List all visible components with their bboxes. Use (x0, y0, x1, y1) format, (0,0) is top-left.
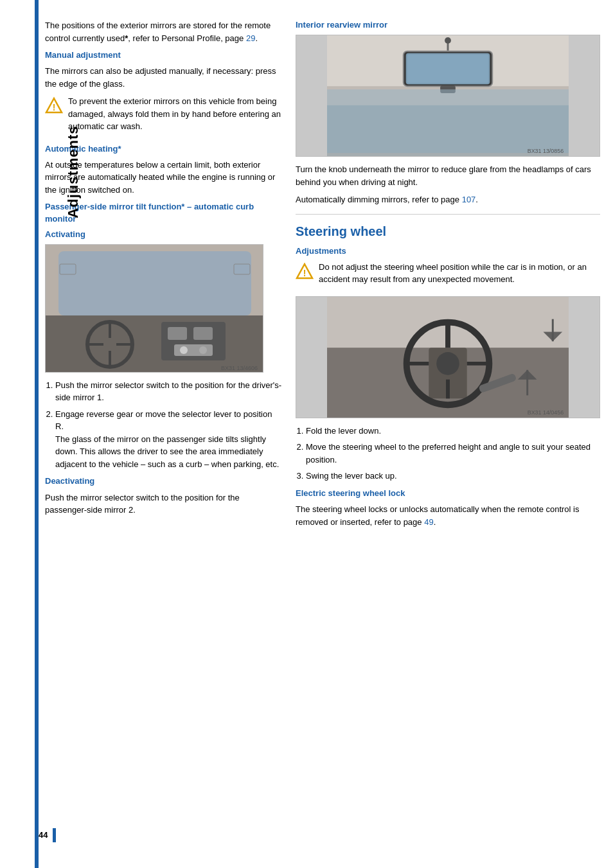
adjustments-heading: Adjustments (296, 245, 600, 257)
svg-point-15 (199, 346, 207, 354)
svg-text:BX31 13/4606: BX31 13/4606 (221, 365, 258, 371)
interior-rearview-heading: Interior rearview mirror (296, 19, 600, 31)
activating-illustration: BX31 13/4606 (46, 245, 263, 373)
svg-rect-11 (168, 327, 187, 340)
activating-steps-list: Push the mirror selector switch to the p… (55, 379, 283, 471)
page-number: 44 (39, 829, 48, 841)
svg-rect-17 (234, 264, 250, 274)
svg-point-26 (445, 37, 451, 44)
page-bar-indicator (53, 828, 56, 842)
intro-page-link[interactable]: 29 (246, 33, 255, 43)
page-number-row: 44 (39, 828, 56, 842)
steering-wheel-heading: Steering wheel (296, 222, 600, 240)
activating-step-2: Engage reverse gear or move the selector… (55, 408, 283, 471)
right-column: Interior rearview mirror (296, 19, 600, 849)
manual-adjustment-text: The mirrors can also be adjusted manuall… (45, 65, 283, 90)
intro-paragraph: The positions of the exterior mirrors ar… (45, 19, 283, 44)
activating-step-1: Push the mirror selector switch to the p… (55, 379, 283, 404)
svg-point-14 (180, 346, 188, 354)
interior-rearview-text2: Automatically dimming mirrors, refer to … (296, 193, 600, 206)
electric-lock-heading: Electric steering wheel lock (296, 488, 600, 499)
electric-lock-section: Electric steering wheel lock The steerin… (296, 488, 600, 528)
manual-adjustment-section: Manual adjustment The mirrors can also b… (45, 49, 283, 138)
interior-rearview-text1: Turn the knob underneath the mirror to r… (296, 163, 600, 188)
sidebar-label: Adjustments (64, 125, 84, 218)
steering-warning-block: ! Do not adjust the steering wheel posit… (296, 261, 600, 291)
svg-rect-3 (58, 251, 251, 315)
manual-adjustment-heading: Manual adjustment (45, 49, 283, 61)
svg-text:!: ! (303, 268, 306, 278)
deactivating-text: Push the mirror selector switch to the p… (45, 492, 283, 517)
svg-rect-23 (407, 55, 489, 84)
activating-subsection: Activating (45, 229, 283, 471)
steering-illustration: BX31 14/0456 (296, 297, 600, 418)
svg-text:BX31 13/0856: BX31 13/0856 (528, 148, 564, 154)
page: Adjustments The positions of the exterio… (0, 0, 613, 868)
sidebar: Adjustments (0, 0, 39, 868)
activating-image: BX31 13/4606 (45, 244, 263, 373)
mirror-illustration: BX31 13/0856 (296, 35, 600, 156)
steering-warning-icon: ! (296, 262, 314, 280)
electric-lock-text: The steering wheel locks or unlocks auto… (296, 503, 600, 528)
svg-text:!: ! (53, 102, 56, 112)
svg-rect-4 (46, 315, 263, 373)
manual-adjustment-warning-text: To prevent the exterior mirrors on this … (68, 95, 283, 133)
main-content: The positions of the exterior mirrors ar… (39, 0, 613, 868)
interior-mirror-image: BX31 13/0856 (296, 35, 600, 157)
svg-text:BX31 14/0456: BX31 14/0456 (528, 409, 564, 416)
sidebar-blue-bar (35, 0, 39, 868)
steering-wheel-section: Steering wheel Adjustments ! Do not adju… (296, 222, 600, 528)
deactivating-heading: Deactivating (45, 475, 283, 487)
steering-warning-text: Do not adjust the steering wheel positio… (319, 261, 600, 286)
steering-wheel-image: BX31 14/0456 (296, 296, 600, 418)
interior-rearview-section: Interior rearview mirror (296, 19, 600, 206)
steering-steps-list: Fold the lever down. Move the steering w… (306, 425, 600, 483)
steering-step-3: Swing the lever back up. (306, 470, 600, 483)
section-divider (296, 214, 600, 215)
warning-triangle-icon: ! (45, 96, 63, 114)
passenger-mirror-section: Passenger-side mirror tilt function* – a… (45, 201, 283, 516)
adjustments-subsection: Adjustments ! Do not adjust the steering… (296, 245, 600, 483)
svg-point-40 (436, 352, 459, 375)
mirror-page-link[interactable]: 107 (462, 195, 476, 204)
electric-lock-page-link[interactable]: 49 (424, 517, 433, 527)
svg-rect-16 (60, 264, 76, 274)
deactivating-subsection: Deactivating Push the mirror selector sw… (45, 475, 283, 516)
steering-step-2: Move the steering wheel to the preferred… (306, 441, 600, 466)
activating-heading: Activating (45, 229, 283, 240)
svg-rect-12 (193, 327, 213, 340)
steering-step-1: Fold the lever down. (306, 425, 600, 438)
